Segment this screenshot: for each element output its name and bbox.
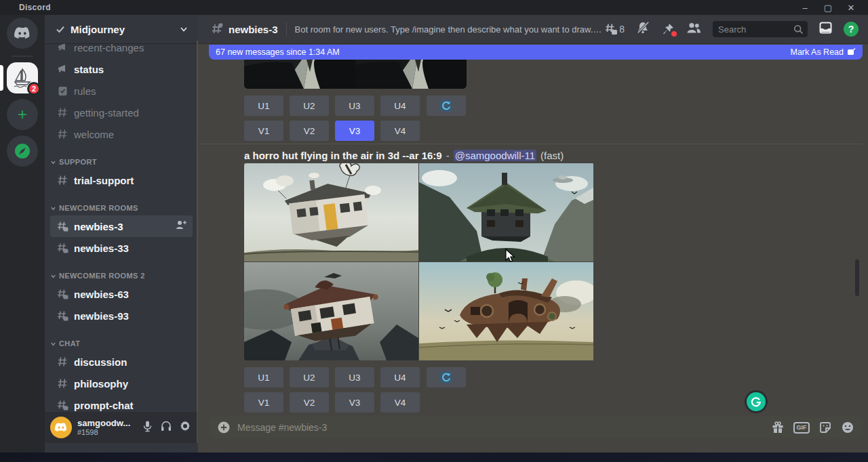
category-newcomer-rooms-2[interactable]: NEWCOMER ROOMS 2 — [45, 268, 198, 283]
channel-list: recent-changes status rules getting-star… — [45, 43, 198, 421]
generated-image-1 — [244, 163, 418, 261]
plus-icon: + — [18, 106, 27, 123]
user-avatar[interactable] — [50, 417, 72, 438]
v1-button[interactable]: V1 — [244, 121, 283, 141]
generation-mode: (fast) — [540, 150, 564, 161]
new-messages-bar[interactable]: 67 new messages since 1:34 AM Mark As Re… — [209, 45, 863, 60]
reroll-button[interactable] — [427, 367, 466, 387]
discord-window: Discord – ▢ ✕ 2 — [0, 0, 868, 462]
sticker-icon[interactable] — [818, 421, 832, 434]
category-chat[interactable]: CHAT — [45, 336, 198, 351]
header-divider — [286, 22, 287, 36]
discord-logo-icon — [14, 27, 31, 39]
u4-button[interactable]: U4 — [380, 367, 420, 387]
mouse-cursor — [505, 249, 516, 264]
gift-icon[interactable] — [771, 421, 785, 434]
u1-button[interactable]: U1 — [244, 367, 283, 387]
mark-read-icon — [847, 48, 856, 56]
settings-gear-icon[interactable] — [179, 420, 191, 435]
refresh-icon — [439, 371, 453, 384]
maximize-button[interactable]: ▢ — [816, 0, 840, 15]
grammarly-badge[interactable] — [745, 390, 768, 413]
channel-header: newbies-3 Bot room for new users. Type /… — [198, 15, 868, 43]
channel-trial-support[interactable]: newbies-3 trial-support — [50, 169, 193, 191]
hash-bubble-icon — [56, 242, 69, 254]
create-invite-icon[interactable] — [175, 219, 187, 233]
channel-newbies-3[interactable]: newbies-3 — [50, 215, 193, 237]
generated-image-grid[interactable] — [244, 163, 594, 360]
message-composer[interactable]: Message #newbies-3 GIF — [209, 417, 863, 438]
user-discriminator: #1598 — [77, 428, 142, 437]
help-button[interactable]: ? — [844, 22, 859, 37]
channel-newbies-63[interactable]: newbies-63 — [50, 283, 193, 305]
u2-button[interactable]: U2 — [290, 367, 329, 387]
u2-button[interactable]: U2 — [290, 96, 329, 116]
v2-button[interactable]: V2 — [290, 392, 329, 413]
prompt-text: a horro hut flying in the air in 3d --ar… — [244, 150, 442, 161]
hash-icon — [56, 356, 69, 368]
mic-icon[interactable] — [142, 420, 153, 435]
pinned-messages-button[interactable] — [661, 22, 675, 36]
v4-button[interactable]: V4 — [380, 392, 420, 413]
explore-servers-button[interactable] — [7, 135, 38, 167]
channel-getting-started[interactable]: getting-started — [50, 102, 193, 123]
member-list-button[interactable] — [686, 21, 702, 37]
user-mention[interactable]: @samgoodwill-11 — [454, 150, 536, 161]
rules-icon — [56, 85, 69, 97]
category-newcomer-rooms[interactable]: NEWCOMER ROOMS — [45, 201, 198, 215]
reroll-button[interactable] — [427, 96, 466, 116]
channel-rules[interactable]: rules — [50, 80, 193, 102]
v4-button[interactable]: V4 — [380, 121, 420, 141]
server-header[interactable]: Midjourney — [45, 15, 198, 43]
u3-button[interactable]: U3 — [335, 367, 374, 387]
variation-button-row-previous: V1 V2 V3 V4 — [244, 121, 420, 141]
chat-scrollbar-thumb[interactable] — [855, 259, 859, 296]
gif-picker-button[interactable]: GIF — [793, 422, 810, 434]
channel-philosophy[interactable]: philosophy — [50, 373, 193, 394]
hash-bubble-icon — [56, 399, 69, 411]
u1-button[interactable]: U1 — [244, 96, 283, 116]
channel-discussion[interactable]: discussion — [50, 351, 193, 373]
attach-plus-icon[interactable] — [217, 421, 231, 434]
channel-recent-changes[interactable]: recent-changes — [50, 43, 193, 58]
v3-button-selected[interactable]: V3 — [335, 121, 374, 141]
hash-bubble-icon — [56, 310, 69, 322]
minimize-button[interactable]: – — [793, 0, 816, 15]
search-placeholder: Search — [718, 24, 793, 35]
grammarly-icon — [747, 392, 766, 411]
channel-topic[interactable]: Bot room for new users. Type /imagine th… — [295, 24, 604, 35]
channel-sidebar: Midjourney recent-changes status rules g… — [45, 15, 198, 453]
hash-bubble-icon — [56, 288, 69, 300]
category-support[interactable]: SUPPORT — [45, 154, 198, 169]
discord-home-button[interactable] — [7, 18, 38, 49]
threads-button[interactable]: 8 — [604, 22, 625, 36]
user-bar: samgoodw... #1598 — [45, 412, 198, 443]
previous-generated-image[interactable] — [244, 60, 467, 89]
u3-button[interactable]: U3 — [335, 96, 374, 116]
channel-newbies-33[interactable]: newbies-33 — [50, 237, 193, 259]
v2-button[interactable]: V2 — [290, 121, 329, 141]
search-input[interactable]: Search — [713, 21, 808, 37]
server-rail: 2 + — [0, 15, 45, 453]
notifications-muted-button[interactable] — [635, 21, 650, 37]
refresh-icon — [439, 99, 453, 112]
emoji-icon[interactable] — [841, 421, 854, 434]
u4-button[interactable]: U4 — [380, 96, 420, 116]
mark-as-read-button[interactable]: Mark As Read — [790, 47, 856, 57]
user-info[interactable]: samgoodw... #1598 — [77, 418, 142, 437]
headphones-icon[interactable] — [160, 420, 172, 435]
add-server-button[interactable]: + — [7, 99, 38, 130]
chevron-down-icon — [50, 341, 56, 347]
members-icon — [686, 21, 702, 35]
generated-image-3 — [244, 262, 418, 360]
inbox-button[interactable] — [818, 21, 833, 37]
v3-button[interactable]: V3 — [335, 392, 374, 413]
v1-button[interactable]: V1 — [244, 392, 283, 413]
chevron-down-icon — [179, 24, 189, 34]
close-button[interactable]: ✕ — [840, 0, 863, 15]
channel-status[interactable]: status — [50, 58, 193, 80]
channel-welcome[interactable]: welcome — [50, 123, 193, 145]
channel-newbies-93[interactable]: newbies-93 — [50, 305, 193, 327]
inbox-icon — [818, 21, 833, 35]
hash-bubble-icon — [56, 220, 69, 232]
